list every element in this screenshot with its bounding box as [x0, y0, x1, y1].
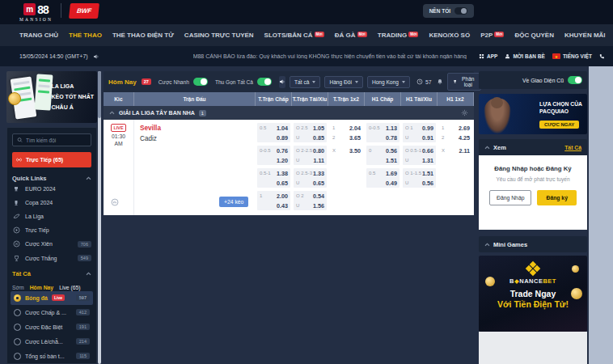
pacquiao-promo-banner[interactable]: LỰA CHỌN CỦA PACQUIAO CƯỢC NGAY [479, 94, 587, 134]
sport-item-handicap[interactable]: Cược Chấp & ... 412 [11, 306, 93, 320]
login-button[interactable]: Đăng Nhập [489, 190, 531, 205]
odds-cell[interactable]: 12.69 [442, 123, 470, 133]
watch-panel-header[interactable]: Xem Tất Cả [479, 139, 587, 155]
league-header[interactable]: GIẢI LA LIGA TÂY BAN NHA 1 [104, 106, 474, 120]
odds-cell[interactable]: 0.65 [260, 178, 288, 188]
classify-button[interactable]: Phân loại [447, 73, 480, 91]
minigames-panel-header[interactable]: Mini Games [479, 236, 587, 252]
odds-cell[interactable]: 1.51 [369, 155, 397, 165]
odds-cell[interactable]: O 2.5-31.33 [296, 168, 324, 178]
nav-item-casino[interactable]: CASINO TRỰC TUYẾN [184, 32, 254, 39]
m88-logo[interactable]: m 88 MANSION [19, 3, 53, 22]
odds-cell[interactable]: U0.91 [405, 133, 433, 142]
binancebet-promo-banner[interactable]: B◆NANCEBET Trade Ngay Với Tiền Điện Tử! [479, 256, 587, 332]
odds-cell[interactable]: X2.11 [442, 146, 470, 155]
sidebar-item-live[interactable]: Trực Tiếp [12, 223, 91, 237]
odds-cell[interactable]: 0.5-11.38 [260, 168, 288, 178]
bet-now-button[interactable]: CƯỢC NGAY [539, 121, 579, 129]
odds-cell[interactable]: 23.65 [332, 133, 361, 142]
odds-cell[interactable]: O 2-2.50.80 [296, 146, 324, 155]
odds-cell[interactable]: 0-0.50.76 [260, 146, 288, 155]
laliga-promo-banner[interactable]: LA LIGA KÈO TỐT NHẤT CHÂU Á [6, 71, 97, 123]
live-matches-button[interactable]: Trực Tiếp (65) [12, 152, 91, 167]
nav-item-esports[interactable]: THỂ THAO ĐIỆN TỬ [112, 32, 174, 39]
gear-icon[interactable] [461, 109, 468, 116]
odds-cell[interactable]: 0.51.04 [260, 123, 288, 133]
bwf-logo[interactable]: BWF [69, 3, 99, 19]
more-bets-button[interactable]: +24 kèo [219, 197, 248, 207]
filter-all-dropdown[interactable]: Tất cả [290, 76, 320, 88]
dark-mode-toggle[interactable] [454, 7, 467, 15]
tab-live[interactable]: Live (65) [59, 285, 80, 290]
language-selector[interactable]: ★ TIẾNG VIỆT [552, 53, 592, 59]
odds-cell[interactable]: O 1-1.51.51 [405, 168, 433, 178]
odds-cell[interactable]: 24.25 [442, 133, 470, 142]
sound-button[interactable] [279, 76, 285, 88]
nav-item-cockfight[interactable]: ĐÁ GÀMới [335, 32, 367, 39]
odds-cell[interactable]: 1.20 [260, 155, 288, 165]
home-team[interactable]: Sevilla [140, 125, 250, 132]
all-sports-header[interactable]: Tất Cả [12, 270, 91, 277]
nav-item-slots[interactable]: SLOTS/BẮN CÁMới [264, 32, 324, 39]
row-mode-dropdown[interactable]: Hàng Đôi [324, 76, 363, 88]
old-ui-control[interactable]: Về Giao Diện Cũ [479, 71, 587, 89]
team-search[interactable] [12, 133, 91, 146]
quick-bet-toggle[interactable] [193, 78, 208, 86]
sidebar-item-outright[interactable]: Cược Thắng 549 [12, 251, 91, 265]
odds-cell[interactable]: U0.65 [296, 178, 324, 188]
contact-link[interactable] [599, 53, 605, 59]
old-ui-toggle[interactable] [568, 76, 582, 84]
tab-today[interactable]: Hôm Nay [30, 285, 53, 290]
odds-cell[interactable]: 00.56 [369, 146, 397, 155]
invite-friend-link[interactable]: MỜI BẠN BÈ [505, 53, 545, 59]
odds-cell[interactable]: U1.56 [296, 201, 324, 210]
sidebar-item-laliga[interactable]: La Liga [12, 210, 91, 223]
sport-item-football[interactable]: Bóng đá Live 597 [11, 291, 93, 305]
sport-item-special[interactable]: Cược Đặc Biệt 191 [11, 320, 93, 334]
collapse-all-toggle[interactable] [257, 78, 272, 86]
sport-item-totalgoals[interactable]: Tổng số bàn t... 115 [11, 349, 93, 363]
scrollbar-thumb[interactable] [98, 71, 101, 118]
odds-cell[interactable]: 12.00 [260, 191, 288, 201]
odds-cell[interactable]: U1.11 [296, 155, 324, 165]
sidebar-item-parlay[interactable]: Cược Xiên 706 [12, 237, 91, 251]
dark-mode-control[interactable]: NỀN TỐI [423, 4, 474, 18]
odds-cell[interactable]: 12.04 [332, 123, 361, 133]
nav-item-p2p[interactable]: P2PMới [480, 32, 504, 39]
nav-item-exclusive[interactable]: ĐỘC QUYỀN [514, 32, 553, 39]
odds-cell[interactable]: 0.51.69 [369, 168, 397, 178]
odds-cell[interactable]: 0.78 [369, 133, 397, 142]
away-team[interactable]: Cadiz [140, 135, 250, 142]
odds-cell[interactable]: O 20.54 [296, 191, 324, 201]
tab-early[interactable]: Sớm [12, 285, 24, 290]
sport-item-oddeven[interactable]: Cược Lẻ/chẵ... 214 [11, 335, 93, 349]
odds-format-dropdown[interactable]: Hong Kong [367, 76, 410, 88]
quick-links-header[interactable]: Quick Links [12, 175, 91, 182]
nav-item-home[interactable]: TRANG CHỦ [19, 32, 58, 39]
odds-cell[interactable]: O 10.99 [405, 123, 433, 133]
odds-cell[interactable]: X3.50 [332, 146, 361, 155]
sidebar-item-copa2024[interactable]: Copa 2024 [12, 196, 91, 210]
search-input[interactable] [26, 138, 87, 143]
nav-item-trading[interactable]: TRADINGMới [378, 32, 419, 39]
odds-cell[interactable]: U0.85 [296, 133, 324, 142]
nav-item-promo[interactable]: KHUYẾN MÃI [564, 32, 606, 39]
bell-icon[interactable] [437, 78, 443, 85]
odds-cell[interactable]: O 0.5-10.66 [405, 146, 433, 155]
odds-cell[interactable]: U0.56 [405, 178, 433, 188]
nav-item-keno[interactable]: KENO/XỔ SỐ [429, 32, 470, 39]
register-button[interactable]: Đăng ký [537, 190, 576, 205]
odds-cell[interactable]: U1.31 [405, 155, 433, 165]
sidebar-scrollbar[interactable] [98, 71, 101, 364]
odds-cell[interactable]: 0-0.51.13 [369, 123, 397, 133]
nav-item-sports[interactable]: THỂ THAO [69, 32, 102, 39]
odds-cell[interactable]: 0.49 [369, 178, 397, 188]
sidebar-item-euro2024[interactable]: EURO 2024 [12, 182, 91, 196]
watch-all-link[interactable]: Tất Cả [564, 145, 581, 150]
odds-cell[interactable]: 0.43 [260, 201, 288, 210]
brand-logos[interactable]: m 88 MANSION BWF [19, 3, 99, 22]
odds-cell[interactable]: 0.89 [260, 133, 288, 142]
app-link[interactable]: APP [479, 53, 497, 59]
odds-cell[interactable]: O 2.51.05 [296, 123, 324, 133]
stats-icon[interactable] [111, 198, 119, 206]
